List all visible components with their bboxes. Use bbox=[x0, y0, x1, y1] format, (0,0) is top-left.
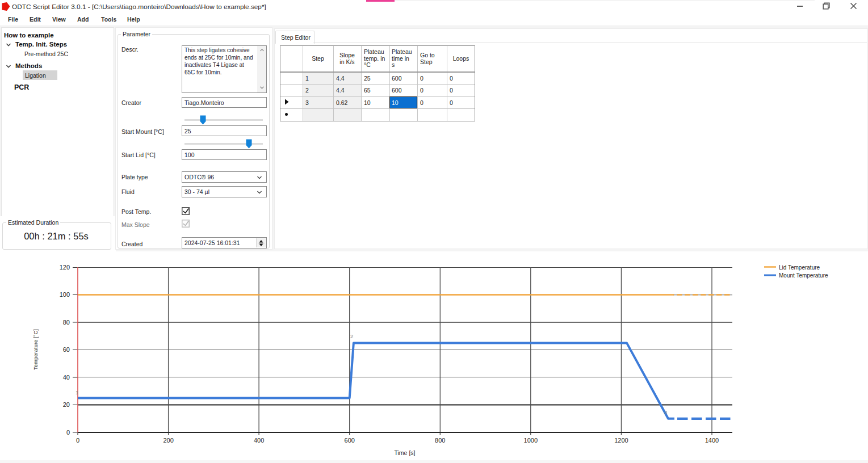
svg-text:1: 1 bbox=[76, 389, 78, 395]
svg-text:Lid Temperature: Lid Temperature bbox=[779, 264, 820, 271]
svg-text:0: 0 bbox=[66, 429, 70, 436]
svg-text:80: 80 bbox=[63, 319, 70, 326]
svg-text:200: 200 bbox=[163, 437, 173, 444]
svg-text:3: 3 bbox=[664, 409, 667, 415]
svg-text:600: 600 bbox=[345, 437, 355, 444]
svg-text:100: 100 bbox=[60, 291, 70, 298]
svg-text:400: 400 bbox=[254, 437, 264, 444]
svg-text:2: 2 bbox=[350, 333, 353, 339]
svg-text:0: 0 bbox=[76, 437, 79, 444]
svg-text:1400: 1400 bbox=[705, 437, 719, 444]
svg-text:60: 60 bbox=[63, 346, 70, 353]
svg-text:800: 800 bbox=[435, 437, 445, 444]
svg-text:40: 40 bbox=[63, 374, 70, 381]
svg-text:Time [s]: Time [s] bbox=[395, 449, 416, 456]
svg-text:120: 120 bbox=[60, 264, 70, 271]
svg-text:Temperature [°C]: Temperature [°C] bbox=[32, 329, 39, 370]
svg-text:1200: 1200 bbox=[614, 437, 628, 444]
svg-text:20: 20 bbox=[63, 401, 70, 408]
svg-text:1000: 1000 bbox=[524, 437, 538, 444]
svg-text:Mount Temperature: Mount Temperature bbox=[779, 272, 828, 279]
